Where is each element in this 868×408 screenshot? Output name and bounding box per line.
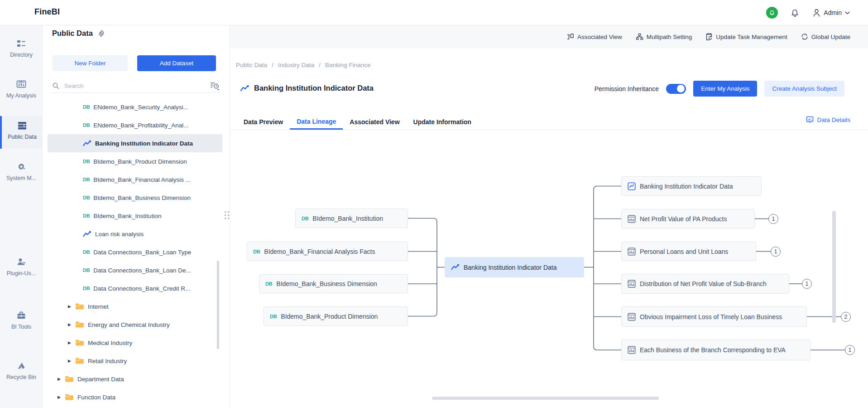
usage-count-badge[interactable]: 1 (768, 214, 778, 224)
lineage-canvas[interactable]: DBBIdemo_Bank_Institution DBBIdemo_Bank_… (230, 130, 868, 408)
lineage-output-node[interactable]: Distribution of Net Profit Value of Sub-… (621, 274, 789, 294)
sidebar-item-recycle-bin[interactable]: Recycle Bin (0, 360, 43, 380)
folder-icon (75, 339, 84, 346)
tree-item-db[interactable]: DBData Connections_Bank_Loan De... (43, 261, 230, 279)
line-chart-icon (240, 85, 249, 92)
dashboard-icon (628, 182, 636, 190)
db-icon: DB (83, 159, 90, 164)
horizontal-scrollbar[interactable] (432, 397, 659, 400)
tree-item-db[interactable]: DBBIdemo_Bank_Product Dimension (43, 152, 230, 170)
lineage-source-node[interactable]: DBBIdemo_Bank_Product Dimension (264, 306, 408, 326)
tree-item-selected[interactable]: Banking Institution Indicator Data (48, 134, 222, 152)
usage-count-badge[interactable]: 1 (802, 279, 812, 289)
search-history-filter-icon[interactable] (210, 81, 221, 91)
usage-count-badge[interactable]: 1 (845, 345, 855, 355)
sidebar-item-my-analysis[interactable]: My Analysis (0, 79, 43, 99)
tree-folder[interactable]: ▶Medical Industry (43, 334, 230, 352)
chart-window-icon (628, 215, 636, 223)
panel-resize-handle[interactable] (225, 211, 229, 219)
main-area: Associated View Multipath Setting Update… (230, 25, 868, 408)
tab-data-preview[interactable]: Data Preview (237, 114, 290, 130)
enter-my-analysis-button[interactable]: Enter My Analysis (693, 81, 757, 97)
expand-caret-icon[interactable]: ▶ (68, 304, 72, 309)
usage-count-badge[interactable]: 2 (841, 312, 851, 322)
chart-window-icon (628, 313, 636, 321)
db-icon: DB (83, 177, 90, 182)
tab-data-lineage[interactable]: Data Lineage (290, 114, 343, 130)
lineage-output-node[interactable]: Net Profit Value of PA Products (621, 209, 755, 228)
tree-item-db[interactable]: DBData Connections_Bank_Loan Type (43, 243, 230, 261)
lineage-output-node[interactable]: Banking Institution Indicator Data (621, 176, 762, 196)
bell-white-icon (769, 10, 775, 16)
vertical-scrollbar[interactable] (832, 211, 836, 323)
page-title: Banking Institution Indicator Data (254, 84, 374, 92)
gear-icon[interactable] (97, 29, 106, 38)
notification-active-icon[interactable] (766, 7, 778, 19)
sidebar-item-system-management[interactable]: System M... (0, 161, 43, 181)
folder-icon (75, 321, 84, 328)
tab-update-information[interactable]: Update Information (407, 114, 478, 130)
tree-item-db[interactable]: DBBIdemo_Bank_Financial Analysis ... (43, 170, 230, 189)
associated-view-action[interactable]: Associated View (566, 33, 622, 40)
permission-inheritance-toggle[interactable] (666, 84, 686, 94)
line-chart-icon (451, 264, 460, 271)
panel-scrollbar[interactable] (217, 261, 219, 349)
breadcrumb-public-data[interactable]: Public Data (236, 62, 267, 68)
expand-caret-icon[interactable]: ▶ (58, 377, 61, 381)
lineage-center-node[interactable]: Banking Institution Indicator Data (445, 257, 584, 277)
tree-folder[interactable]: ▶Internet (43, 297, 230, 316)
db-icon: DB (253, 249, 260, 254)
tree-item-analysis[interactable]: Loan risk analysis (43, 225, 230, 243)
sidebar-item-bi-tools[interactable]: BI Tools (0, 310, 43, 330)
tree-item-db[interactable]: DBENdemo_Bank_Profitability_Anal... (43, 116, 230, 134)
create-analysis-subject-button[interactable]: Create Analysis Subject (764, 81, 844, 97)
expand-caret-icon[interactable]: ▶ (68, 359, 72, 363)
update-task-management-action[interactable]: Update Task Management (705, 33, 787, 41)
tree-item-db[interactable]: DBData Connections_Bank_Credit R... (43, 279, 230, 297)
tree-folder[interactable]: ▶Department Data (43, 370, 230, 388)
task-clipboard-icon (705, 33, 713, 41)
public-data-icon (2, 120, 43, 131)
tree-item-db[interactable]: DBBIdemo_Bank_Business Dimension (43, 189, 230, 207)
tab-bar: Data Preview Data Lineage Associated Vie… (230, 114, 868, 130)
finebi-app: FineBI Admin Directory My Analysis (0, 0, 868, 408)
add-dataset-button[interactable]: Add Dataset (137, 55, 216, 71)
tree-folder[interactable]: ▶Function Data (43, 388, 230, 406)
admin-menu[interactable]: Admin (813, 9, 850, 17)
db-icon: DB (83, 213, 90, 219)
tree-folder[interactable]: ▶Retail Industry (43, 352, 230, 370)
breadcrumb-industry-data[interactable]: Industry Data (278, 62, 314, 68)
lineage-source-node[interactable]: DBBIdemo_Bank_Institution (295, 209, 408, 228)
lineage-output-node[interactable]: Personal Loans and Unit Loans (621, 242, 756, 261)
db-icon: DB (83, 249, 90, 255)
tree-item-db[interactable]: DBBIdemo_Bank_Institution (43, 207, 230, 225)
expand-caret-icon[interactable]: ▶ (58, 395, 61, 399)
usage-count-badge[interactable]: 1 (771, 247, 781, 257)
db-icon: DB (302, 216, 308, 221)
lineage-source-node[interactable]: DBBIdemo_Bank_Business Dimension (259, 274, 408, 293)
multipath-setting-action[interactable]: Multipath Setting (636, 33, 692, 40)
sidebar-label: Plugin-Us... (0, 270, 43, 277)
new-folder-button[interactable]: New Folder (53, 55, 128, 71)
tab-associated-view[interactable]: Associated View (343, 114, 406, 130)
expand-caret-icon[interactable]: ▶ (68, 340, 72, 345)
lineage-output-node[interactable]: Each Business of the Branch Correspondin… (621, 340, 810, 360)
chevron-down-icon (845, 11, 850, 15)
line-chart-icon (83, 140, 91, 147)
search-input[interactable] (64, 83, 210, 89)
breadcrumb-banking-finance[interactable]: Banking Finance (325, 62, 371, 68)
tree-item-db[interactable]: DBENdemo_Bank_Security_Analysi... (43, 98, 230, 116)
sidebar-item-plugin-usage[interactable]: Plugin-Us... (0, 257, 43, 277)
tree-folder[interactable]: ▶Energy and Chemical Industry (43, 316, 230, 334)
sidebar-item-directory[interactable]: Directory (0, 38, 43, 58)
expand-caret-icon[interactable]: ▶ (68, 322, 72, 327)
sidebar-item-public-data[interactable]: Public Data (0, 116, 43, 149)
global-update-action[interactable]: Global Update (801, 33, 850, 40)
bell-icon[interactable] (791, 9, 799, 17)
chart-window-icon (628, 280, 636, 288)
data-details-link[interactable]: Data Details (806, 116, 850, 123)
lineage-output-node[interactable]: Obvious Impairment Loss of Timely Loan B… (621, 306, 807, 327)
folder-icon (75, 303, 84, 310)
panel-title: Public Data (52, 29, 93, 38)
lineage-source-node[interactable]: DBBIdemo_Bank_Financial Analysis Facts (247, 242, 408, 261)
